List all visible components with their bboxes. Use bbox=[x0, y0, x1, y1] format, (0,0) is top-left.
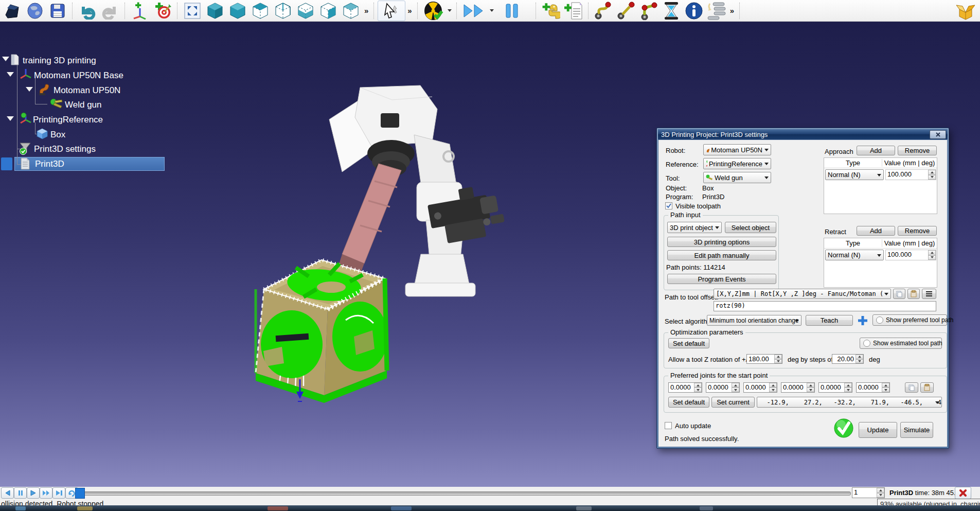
simulation-slider-track[interactable] bbox=[77, 491, 851, 496]
collision-dropdown-caret[interactable] bbox=[448, 9, 452, 12]
robot-combo[interactable]: Motoman UP50N bbox=[703, 144, 771, 155]
visible-toolpath-checkbox[interactable] bbox=[665, 202, 672, 209]
offset-value-input[interactable]: rotz(90) bbox=[714, 301, 936, 311]
path-input-mode-combo[interactable]: 3D print object bbox=[667, 222, 722, 233]
open-library-icon[interactable] bbox=[24, 1, 46, 21]
view-iso-1-icon[interactable] bbox=[204, 1, 226, 21]
dialog-title-bar[interactable]: 3D Printing Project: Print3D settings bbox=[658, 129, 948, 139]
joints-set-default-button[interactable]: Set default bbox=[668, 397, 709, 408]
approach-type-combo[interactable]: Normal (N) bbox=[825, 169, 884, 180]
joint-3-spinner[interactable]: 0.0000 bbox=[743, 382, 777, 393]
approach-add-button[interactable]: Add bbox=[857, 146, 895, 155]
tree-item-station[interactable]: training 3D printing bbox=[23, 56, 96, 66]
tool-combo[interactable]: Weld gun bbox=[703, 172, 771, 183]
redo-icon[interactable] bbox=[99, 1, 121, 21]
view-front-icon[interactable] bbox=[249, 1, 272, 21]
tree-item-printing-reference[interactable]: PrintingReference bbox=[33, 115, 103, 125]
approach-remove-button[interactable]: Remove bbox=[898, 146, 937, 155]
offset-format-combo[interactable]: [X,Y,Z]mm | Rot[X,Y ,Z ]deg - Fanuc/Moto… bbox=[714, 289, 891, 299]
fast-simulation-icon[interactable] bbox=[460, 1, 488, 21]
pause-button[interactable] bbox=[14, 487, 27, 499]
z-rotation-spinner[interactable]: 180.00 bbox=[746, 354, 782, 364]
tree-item-box[interactable]: Box bbox=[50, 130, 65, 140]
skip-end-button[interactable] bbox=[52, 487, 65, 499]
skip-back-button[interactable] bbox=[1, 487, 14, 499]
approach-value-spinner[interactable]: 100.000 bbox=[885, 169, 936, 180]
tree-item-print3d-settings[interactable]: Print3D settings bbox=[34, 144, 96, 154]
add-machining-project-icon[interactable] bbox=[637, 1, 660, 21]
joints-set-current-button[interactable]: Set current bbox=[711, 397, 755, 408]
retract-value-spinner[interactable]: 100.000 bbox=[885, 250, 936, 260]
printing-options-button[interactable]: 3D printing options bbox=[667, 237, 776, 247]
dialog-close-button[interactable] bbox=[930, 130, 946, 139]
add-target-icon[interactable] bbox=[151, 1, 174, 21]
export-simulation-icon[interactable] bbox=[954, 1, 977, 21]
retract-type-combo[interactable]: Normal (N) bbox=[825, 250, 884, 260]
add-program-icon[interactable] bbox=[562, 1, 585, 21]
about-info-icon[interactable] bbox=[683, 1, 705, 21]
program-events-button[interactable]: Program Events bbox=[667, 274, 776, 284]
view-wire-4-icon[interactable] bbox=[340, 1, 362, 21]
tree-item-weld-gun[interactable]: Weld gun bbox=[65, 100, 102, 110]
frame-spinner[interactable]: 1 bbox=[852, 487, 885, 498]
view-wire-1-icon[interactable] bbox=[272, 1, 294, 21]
simulation-speed-caret[interactable] bbox=[490, 9, 494, 12]
add-curve-follow-project-icon[interactable] bbox=[592, 1, 615, 21]
current-joints-combo[interactable]: -12.9, 27.2, -32.2, 71.9, -46.5, 43.3 bbox=[757, 397, 942, 408]
play-button[interactable] bbox=[27, 487, 40, 499]
auto-update-checkbox[interactable] bbox=[665, 422, 672, 429]
expand-arrow[interactable] bbox=[2, 57, 9, 61]
joint-2-spinner[interactable]: 0.0000 bbox=[706, 382, 740, 393]
edit-path-button[interactable]: Edit path manually bbox=[667, 250, 776, 260]
undo-icon[interactable] bbox=[76, 1, 99, 21]
close-simulation-button[interactable] bbox=[955, 487, 971, 499]
simulate-button[interactable]: Simulate bbox=[900, 422, 933, 438]
robot-motoman-up50n[interactable] bbox=[329, 85, 507, 296]
joint-1-spinner[interactable]: 0.0000 bbox=[668, 382, 702, 393]
algorithm-combo[interactable]: Minimum tool orientation change bbox=[707, 315, 801, 326]
instruction-list-icon[interactable] bbox=[705, 1, 728, 21]
joint-6-spinner[interactable]: 0.0000 bbox=[856, 382, 890, 393]
add-preferred-tool-path-button[interactable] bbox=[857, 315, 868, 328]
simulation-slider-thumb[interactable] bbox=[75, 488, 85, 499]
offset-menu-button[interactable] bbox=[922, 289, 936, 299]
retract-add-button[interactable]: Add bbox=[857, 226, 895, 236]
reference-combo[interactable]: PrintingReference bbox=[703, 158, 771, 169]
printed-box-object[interactable] bbox=[256, 260, 388, 403]
add-python-program-icon[interactable] bbox=[540, 1, 562, 21]
view-wire-2-icon[interactable] bbox=[294, 1, 317, 21]
pause-simulation-icon[interactable] bbox=[501, 1, 523, 21]
toolbar-overflow-3[interactable]: » bbox=[728, 6, 736, 15]
joints-copy-button[interactable] bbox=[905, 382, 918, 393]
teach-button[interactable]: Teach bbox=[806, 315, 853, 326]
view-iso-2-icon[interactable] bbox=[226, 1, 249, 21]
steps-spinner[interactable]: 20.00 bbox=[832, 354, 864, 364]
toolbar-overflow-1[interactable]: » bbox=[362, 6, 370, 15]
view-wire-3-icon[interactable] bbox=[317, 1, 340, 21]
time-estimate-icon[interactable] bbox=[660, 1, 683, 21]
fast-forward-button[interactable] bbox=[40, 487, 52, 499]
expand-arrow[interactable] bbox=[7, 116, 14, 121]
add-reference-frame-icon[interactable] bbox=[129, 1, 151, 21]
expand-arrow[interactable] bbox=[26, 87, 33, 92]
add-point-follow-project-icon[interactable] bbox=[615, 1, 637, 21]
show-preferred-toolpath-radio[interactable]: Show preferred tool path bbox=[872, 314, 947, 326]
show-estimated-toolpath-radio[interactable]: Show estimated tool path bbox=[860, 338, 942, 349]
save-icon[interactable] bbox=[46, 1, 69, 21]
fit-view-icon[interactable] bbox=[181, 1, 204, 21]
expand-arrow[interactable] bbox=[7, 72, 14, 77]
joint-5-spinner[interactable]: 0.0000 bbox=[818, 382, 852, 393]
windows-taskbar[interactable] bbox=[0, 505, 980, 511]
select-cursor-icon[interactable] bbox=[378, 1, 405, 21]
joints-paste-button[interactable] bbox=[920, 382, 934, 393]
new-station-icon[interactable] bbox=[1, 1, 24, 21]
joint-4-spinner[interactable]: 0.0000 bbox=[781, 382, 815, 393]
offset-copy-button[interactable] bbox=[893, 289, 905, 299]
select-object-button[interactable]: Select object bbox=[725, 222, 776, 233]
optimization-set-default-button[interactable]: Set default bbox=[668, 338, 709, 348]
tree-item-print3d[interactable]: Print3D bbox=[35, 159, 64, 169]
update-button[interactable]: Update bbox=[859, 422, 897, 438]
retract-remove-button[interactable]: Remove bbox=[898, 226, 937, 236]
tree-item-robot[interactable]: Motoman UP50N bbox=[54, 85, 120, 96]
tree-item-robot-base[interactable]: Motoman UP50N Base bbox=[34, 71, 123, 81]
